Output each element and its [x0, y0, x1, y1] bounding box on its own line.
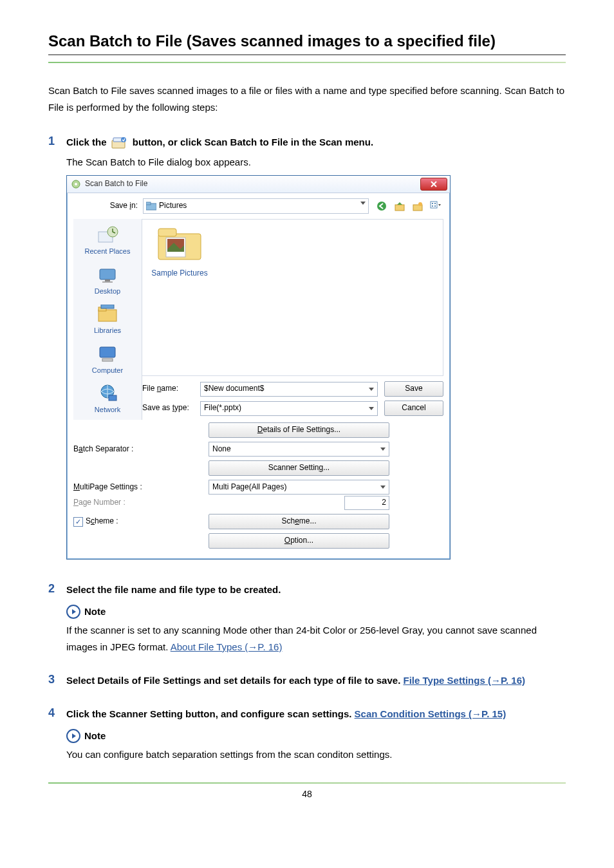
- place-computer[interactable]: Computer: [79, 342, 136, 381]
- intro-paragraph: Scan Batch to File saves scanned images …: [48, 82, 566, 115]
- note-icon: [66, 729, 80, 743]
- chevron-down-icon: [360, 202, 366, 205]
- save-button[interactable]: Save: [384, 381, 443, 397]
- save-in-value: Pictures: [159, 200, 187, 212]
- note-icon: [66, 605, 80, 619]
- svg-rect-24: [100, 347, 115, 357]
- step-3-number: 3: [48, 673, 66, 686]
- scheme-checkbox[interactable]: ✓: [73, 517, 83, 527]
- multipage-settings-label: MultiPage Settings :: [73, 481, 202, 493]
- step-4: 4 Click the Scanner Setting button, and …: [48, 706, 566, 763]
- step-1: 1 Click the button, or click Scan Batch …: [48, 135, 566, 576]
- page-number-value: 2: [382, 496, 386, 509]
- place-libraries-label: Libraries: [94, 326, 121, 334]
- close-icon: [431, 181, 437, 187]
- desktop-icon: [96, 265, 119, 285]
- option-button[interactable]: Option...: [209, 533, 389, 549]
- place-libraries[interactable]: Libraries: [79, 302, 136, 341]
- save-as-type-value: File(*.pptx): [204, 402, 241, 414]
- chevron-down-icon: [369, 388, 374, 391]
- folder-icon: [157, 225, 202, 261]
- place-network[interactable]: Network: [79, 381, 136, 420]
- folder-item-sample-pictures[interactable]: Sample Pictures: [147, 225, 212, 279]
- recent-places-icon: [96, 225, 119, 245]
- chevron-down-icon: [369, 407, 374, 410]
- about-file-types-link[interactable]: About File Types (→P. 16): [171, 641, 283, 652]
- file-type-settings-link[interactable]: File Type Settings (→P. 16): [403, 675, 525, 686]
- note-1-text-a: If the scanner is set to any scanning Mo…: [66, 625, 537, 652]
- svg-point-7: [377, 202, 386, 211]
- note-label-2: Note: [84, 728, 106, 744]
- file-browser-pane[interactable]: Sample Pictures: [142, 219, 443, 376]
- batch-separator-combo[interactable]: None: [209, 442, 389, 457]
- new-folder-button[interactable]: [410, 198, 425, 214]
- svg-rect-6: [146, 202, 151, 205]
- file-name-input[interactable]: $New document$: [200, 382, 378, 397]
- places-bar: Recent Places Desktop Libraries: [73, 219, 142, 420]
- gradient-bar-top: [48, 62, 566, 63]
- svg-rect-12: [432, 203, 433, 204]
- svg-rect-18: [100, 269, 115, 279]
- note-2-text: You can configure batch separation setti…: [66, 746, 566, 763]
- svg-point-10: [418, 202, 422, 206]
- computer-icon: [96, 344, 119, 364]
- page-number-label: Page Number :: [73, 496, 202, 509]
- svg-rect-8: [395, 205, 404, 211]
- save-as-type-combo[interactable]: File(*.pptx): [200, 401, 378, 416]
- folder-up-icon: [395, 201, 405, 211]
- new-folder-icon: [413, 201, 423, 211]
- step-2: 2 Select the file name and file type to …: [48, 582, 566, 655]
- batch-separator-label: Batch Separator :: [73, 443, 202, 455]
- step-2-number: 2: [48, 582, 66, 596]
- view-menu-icon: [430, 201, 442, 211]
- chevron-down-icon: [380, 486, 386, 489]
- title-underline: [48, 54, 566, 55]
- page-number: 48: [48, 789, 566, 799]
- details-file-settings-button[interactable]: Details of File Settings...: [209, 422, 389, 438]
- dialog-title: Scan Batch to File: [85, 178, 147, 190]
- svg-rect-25: [102, 359, 113, 361]
- file-name-label: File name:: [142, 382, 194, 395]
- step-4-number: 4: [48, 706, 66, 720]
- up-level-button[interactable]: [392, 198, 407, 214]
- place-recent-label: Recent Places: [85, 247, 131, 255]
- scan-condition-settings-link[interactable]: Scan Condition Settings (→P. 15): [355, 708, 507, 719]
- svg-rect-13: [434, 203, 436, 204]
- check-icon: ✓: [75, 518, 81, 525]
- place-recent[interactable]: Recent Places: [79, 223, 136, 261]
- svg-rect-27: [109, 395, 116, 401]
- libraries-icon: [96, 305, 119, 324]
- scheme-label: Scheme :: [86, 515, 118, 527]
- scheme-button[interactable]: Scheme...: [209, 514, 389, 529]
- page-number-input[interactable]: 2: [344, 496, 389, 510]
- back-button[interactable]: [374, 198, 389, 214]
- svg-rect-19: [105, 279, 110, 281]
- step-1-text-a: Click the: [66, 137, 109, 147]
- place-desktop[interactable]: Desktop: [79, 263, 136, 301]
- file-name-value: $New document$: [204, 382, 264, 395]
- save-as-type-label: Save as type:: [142, 402, 194, 414]
- step-3: 3 Select Details of File Settings and se…: [48, 673, 566, 688]
- step-1-text-b: button, or click Scan Batch to File in t…: [133, 137, 373, 147]
- page-title: Scan Batch to File (Saves scanned images…: [48, 32, 566, 50]
- scan-batch-file-toolbar-icon: [111, 135, 129, 151]
- scheme-checkbox-row[interactable]: ✓ Scheme :: [73, 515, 202, 527]
- svg-rect-15: [434, 205, 436, 207]
- close-button[interactable]: [420, 178, 447, 191]
- step-4-text: Click the Scanner Setting button, and co…: [66, 708, 355, 719]
- view-menu-button[interactable]: [428, 198, 443, 214]
- place-desktop-label: Desktop: [95, 287, 120, 295]
- svg-rect-20: [102, 281, 113, 283]
- svg-point-4: [75, 183, 77, 185]
- svg-rect-23: [101, 305, 114, 308]
- save-in-label: Save in:: [73, 200, 138, 212]
- scan-batch-to-file-dialog: Scan Batch to File Save in: Pictures: [66, 175, 451, 560]
- multipage-settings-value: Multi Page(All Pages): [212, 481, 286, 493]
- cancel-button[interactable]: Cancel: [384, 401, 443, 416]
- scanner-setting-button[interactable]: Scanner Setting...: [209, 460, 389, 476]
- batch-separator-value: None: [212, 443, 231, 455]
- note-label-1: Note: [84, 604, 106, 619]
- multipage-settings-combo[interactable]: Multi Page(All Pages): [209, 480, 389, 495]
- footer-gradient-bar: [48, 782, 566, 784]
- save-in-combo[interactable]: Pictures: [143, 198, 369, 214]
